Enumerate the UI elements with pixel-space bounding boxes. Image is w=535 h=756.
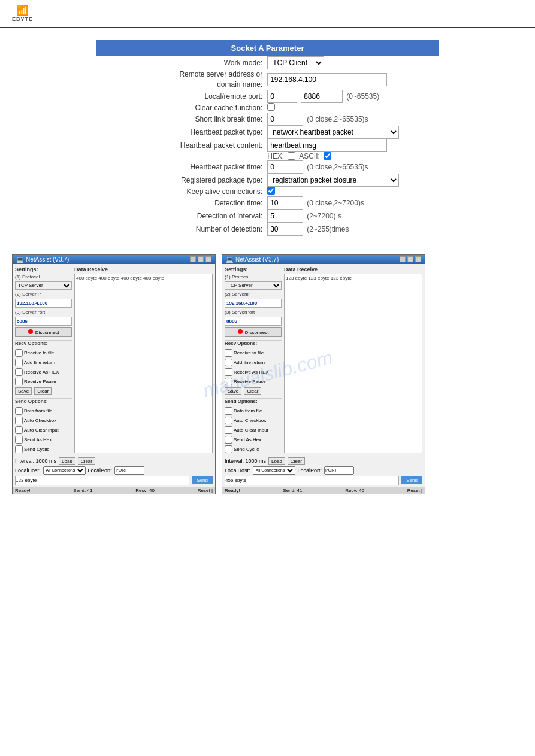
right-send-button[interactable]: Send <box>401 476 422 484</box>
keep-alive-checkbox[interactable] <box>267 187 275 195</box>
table-row: Registered package type: registration pa… <box>96 174 439 187</box>
ascii-checkbox[interactable] <box>324 152 331 160</box>
detection-time-input[interactable] <box>267 196 303 210</box>
ebyte-logo: 📶 EBYTE <box>12 5 33 22</box>
right-serverport-input[interactable] <box>225 317 282 326</box>
left-localport-input[interactable] <box>114 466 144 475</box>
right-titlebar: 💻 NetAssist (V3.7) _ □ × <box>222 255 425 264</box>
right-interval-label: Interval: 1000 ms <box>225 458 266 464</box>
right-reset-label[interactable]: Reset | <box>407 488 422 493</box>
work-mode-label: Work mode: <box>96 56 268 69</box>
left-protocol-label: (1) Protocol <box>15 274 72 280</box>
left-recv-opt-3: Receive As HEX <box>15 368 72 376</box>
left-status-text: Ready! <box>15 488 30 493</box>
net-assist-right-window: 💻 NetAssist (V3.7) _ □ × Settings: (1) P… <box>222 254 425 494</box>
detection-interval-input[interactable] <box>267 210 303 223</box>
left-send-input[interactable] <box>15 476 189 485</box>
right-window-controls: _ □ × <box>400 256 421 262</box>
right-serverip-input[interactable] <box>225 299 282 308</box>
right-disconnect-button[interactable]: Disconnect <box>225 327 282 337</box>
left-reset-label[interactable]: Reset | <box>198 488 213 493</box>
left-save-button[interactable]: Save <box>15 387 32 395</box>
table-row: Local/remote port: (0~65535) <box>96 90 439 103</box>
right-send-opt-5: Send Cyclic <box>225 445 282 453</box>
hex-checkbox[interactable] <box>288 152 295 160</box>
right-minimize-button[interactable]: _ <box>400 256 406 262</box>
left-host-row: LocalHost: All Connections LocalPort: <box>15 466 213 475</box>
num-detection-label: Number of detection: <box>96 223 268 236</box>
num-detection-input[interactable] <box>267 223 303 236</box>
left-save-clear-row: Save Clear <box>15 387 72 395</box>
table-row: Remote server address ordomain name: <box>96 69 439 90</box>
server-address-input[interactable] <box>267 73 387 86</box>
ascii-label: ASCII: <box>299 152 320 160</box>
table-header: Socket A Parameter <box>96 40 439 57</box>
left-footer: Interval: 1000 ms Load Clear LocalHost: … <box>13 456 215 487</box>
left-serverip-input[interactable] <box>15 299 72 308</box>
hex-ascii-spacer <box>96 152 268 160</box>
right-protocol-select[interactable]: TCP Server <box>225 281 282 290</box>
right-send-opt-1: Data from file... <box>225 407 282 415</box>
right-localhost-select[interactable]: All Connections <box>253 466 295 475</box>
short-link-input[interactable] <box>267 113 303 126</box>
right-close-button[interactable]: × <box>415 256 421 262</box>
heartbeat-type-value: network heartbeat packet local heartbeat… <box>267 126 439 139</box>
right-maximize-button[interactable]: □ <box>407 256 413 262</box>
port-hint: (0~65535) <box>346 92 379 101</box>
left-protocol-select[interactable]: TCP Server <box>15 281 72 290</box>
left-send-opt-1: Data from file... <box>15 407 72 415</box>
table-row: Work mode: TCP Client TCP Server UDP Cli… <box>96 56 439 69</box>
close-button[interactable]: × <box>205 256 211 262</box>
clear-cache-checkbox[interactable] <box>267 103 275 111</box>
left-clear-button[interactable]: Clear <box>34 387 52 395</box>
heartbeat-content-input[interactable] <box>267 139 387 152</box>
heartbeat-type-select[interactable]: network heartbeat packet local heartbeat… <box>267 126 399 139</box>
num-detection-hint: (2~255)times <box>307 225 349 233</box>
right-save-clear-row: Save Clear <box>225 387 282 395</box>
local-port-input[interactable] <box>267 90 297 103</box>
left-serverport-label: (3) ServerPort <box>15 309 72 315</box>
right-title-icon: 💻 <box>226 256 233 263</box>
right-localport-input[interactable] <box>324 466 354 475</box>
server-address-label: Remote server address ordomain name: <box>96 69 268 90</box>
heartbeat-time-input[interactable] <box>267 160 303 174</box>
left-clear2-button[interactable]: Clear <box>78 457 95 465</box>
left-serverip-label: (2) ServerIP <box>15 292 72 297</box>
left-disconnect-button[interactable]: Disconnect <box>15 327 72 337</box>
left-send-opt-4: Send As Hex <box>15 436 72 444</box>
main-content: Socket A Parameter Work mode: TCP Client… <box>0 28 535 248</box>
keep-alive-value <box>267 187 439 196</box>
left-send-button[interactable]: Send <box>192 476 213 484</box>
table-row: Clear cache function: <box>96 103 439 113</box>
reg-package-select[interactable]: registration packet closure MAC address … <box>267 174 399 187</box>
right-status-text: Ready! <box>225 488 240 493</box>
left-settings-label: Settings: <box>15 266 72 272</box>
left-localhost-select[interactable]: All Connections <box>43 466 86 475</box>
work-mode-select[interactable]: TCP Client TCP Server UDP Client UDP Ser… <box>267 56 324 69</box>
table-row: Detection of interval: (2~7200) s <box>96 210 439 223</box>
right-host-row: LocalHost: All Connections LocalPort: <box>225 466 422 475</box>
right-send-row: Send <box>225 476 422 485</box>
minimize-button[interactable]: _ <box>190 256 196 262</box>
remote-port-input[interactable] <box>301 90 343 103</box>
left-load-button[interactable]: Load <box>59 457 75 465</box>
table-row: Heartbeat packet content: <box>96 139 439 152</box>
right-clear2-button[interactable]: Clear <box>288 457 305 465</box>
right-window-body: Settings: (1) Protocol TCP Server (2) Se… <box>222 264 425 456</box>
left-window-body: Settings: (1) Protocol TCP Server (2) Se… <box>13 264 215 456</box>
right-send-input[interactable] <box>225 476 399 485</box>
right-send-opt-2: Auto Checkbox <box>225 417 282 424</box>
short-link-hint: (0 close,2~65535)s <box>307 115 368 123</box>
left-localhost-label: LocalHost: <box>15 467 41 473</box>
maximize-button[interactable]: □ <box>198 256 204 262</box>
left-serverport-input[interactable] <box>15 317 72 326</box>
right-data-receive-label: Data Receive <box>284 266 422 272</box>
table-row: Heartbeat packet time: (0 close,2~65535)… <box>96 160 439 174</box>
right-clear-button[interactable]: Clear <box>244 387 261 395</box>
right-recv-opt-3: Receive As HEX <box>225 368 282 376</box>
left-send-opt-3: Auto Clear Input <box>15 426 72 434</box>
right-save-button[interactable]: Save <box>225 387 241 395</box>
heartbeat-type-label: Heartbeat packet type: <box>96 126 268 139</box>
right-load-button[interactable]: Load <box>268 457 285 465</box>
left-recv-options-label: Recv Options: <box>15 340 72 346</box>
